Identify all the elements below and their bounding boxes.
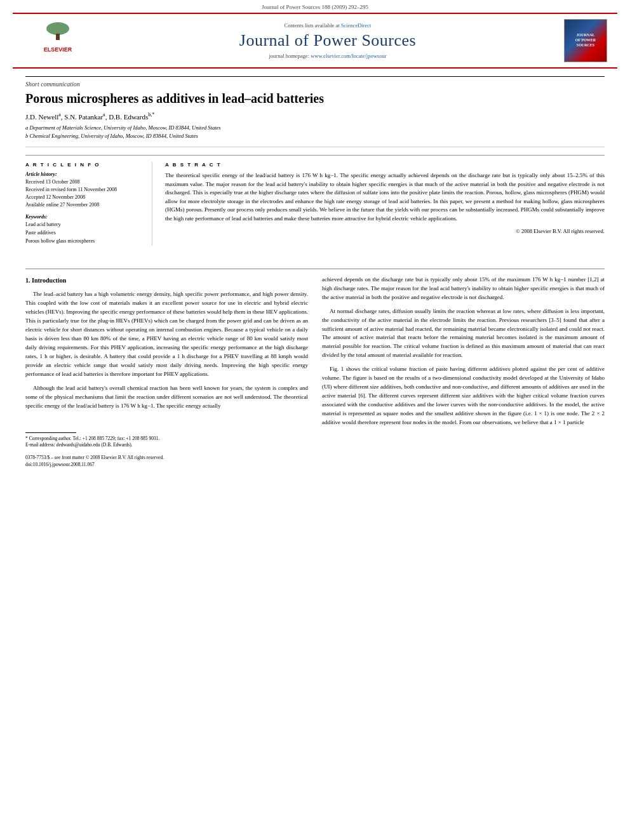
accepted-date: Accepted 12 November 2008 [25,194,143,201]
body-col-left: 1. Introduction The lead–acid battery ha… [25,276,308,469]
author2-name: S.N. Patankar [64,113,103,121]
keyword-3: Porous hollow glass microspheres [25,237,143,246]
abstract-label: A B S T R A C T [165,162,605,168]
contents-line: Contents lists available at ScienceDirec… [99,22,556,29]
keywords-block: Keywords: Lead acid battery Paste additi… [25,214,143,245]
footnote-bar [25,432,76,433]
keyword-2: Paste additives [25,229,143,237]
info-abstract-section: A R T I C L E I N F O Article history: R… [25,155,605,245]
svg-point-2 [46,22,69,35]
article-type-label: Short communication [25,76,605,88]
intro-para1: The lead–acid battery has a high volumet… [25,290,308,378]
sciencedirect-link[interactable]: ScienceDirect [341,22,372,29]
available-date: Available online 27 November 2008 [25,201,143,209]
homepage-link[interactable]: www.elsevier.com/locate/jpowsour [311,53,386,59]
col2-para2: At normal discharge rates, diffusion usu… [322,307,605,361]
footer-line1: 0378-7753/$ – see front matter © 2008 El… [25,454,308,462]
doi-section: 0378-7753/$ – see front matter © 2008 El… [25,454,308,469]
intro-heading: 1. Introduction [25,276,308,286]
journal-logo-right: JOURNALOF POWERSOURCES [556,19,607,62]
journal-title-area: Contents lists available at ScienceDirec… [99,22,556,59]
elsevier-logo-svg: ELSEVIER [23,21,93,59]
copyright-line: © 2008 Elsevier B.V. All rights reserved… [165,228,605,234]
journal-logo-box: JOURNALOF POWERSOURCES [564,19,607,62]
body-col-right: achieved depends on the discharge rate b… [322,276,605,469]
author2-sup: a [103,112,105,117]
journal-homepage: journal homepage: www.elsevier.com/locat… [99,53,556,59]
journal-title: Journal of Power Sources [99,31,556,50]
abstract-text: The theoretical specific energy of the l… [165,171,605,223]
col2-para1: achieved depends on the discharge rate b… [322,276,605,302]
abstract-col: A B S T R A C T The theoretical specific… [165,162,605,245]
authors-line: J.D. Newella, S.N. Patankara, D.B. Edwar… [25,112,605,121]
journal-citation: Journal of Power Sources 188 (2009) 292–… [0,0,630,13]
received-date: Received 13 October 2008 [25,178,143,186]
svg-rect-3 [56,34,60,40]
journal-header: ELSEVIER Contents lists available at Sci… [13,13,617,69]
affiliation-a: a Department of Materials Science, Unive… [25,124,605,132]
article-info-col: A R T I C L E I N F O Article history: R… [25,162,152,245]
paper-title: Porous microspheres as additives in lead… [25,90,605,107]
article-info-label: A R T I C L E I N F O [25,162,143,168]
affiliations-block: a Department of Materials Science, Unive… [25,124,605,148]
footnote-email: E-mail address: dedwards@uidaho.edu (D.B… [25,442,308,449]
doi-line: doi:10.1016/j.jpowsour.2008.11.067 [25,461,308,469]
footnote-section: * Corresponding author. Tel.: +1 208 885… [25,416,308,449]
author3-name: D.B. Edwards [109,113,148,121]
intro-para2: Although the lead acid battery's overall… [25,384,308,411]
author1-name: J.D. Newell [25,113,58,121]
footnote-star: * Corresponding author. Tel.: +1 208 885… [25,436,308,443]
revised-date: Received in revised form 11 November 200… [25,186,143,194]
body-two-col: 1. Introduction The lead–acid battery ha… [0,276,630,469]
content-area: Short communication Porous microspheres … [0,69,630,262]
history-label: Article history: [25,171,143,177]
keywords-label: Keywords: [25,214,143,220]
keyword-1: Lead acid battery [25,221,143,229]
col2-para3: Fig. 1 shows the critical volume fractio… [322,365,605,427]
svg-text:ELSEVIER: ELSEVIER [44,46,72,53]
affiliation-b: b Chemical Engineering, University of Id… [25,133,605,140]
author3-sup: b,* [148,112,154,117]
elsevier-logo-area: ELSEVIER [23,21,99,60]
author1-sup: a [58,112,61,117]
section-separator [25,269,605,269]
citation-text: Journal of Power Sources 188 (2009) 292–… [262,4,368,10]
